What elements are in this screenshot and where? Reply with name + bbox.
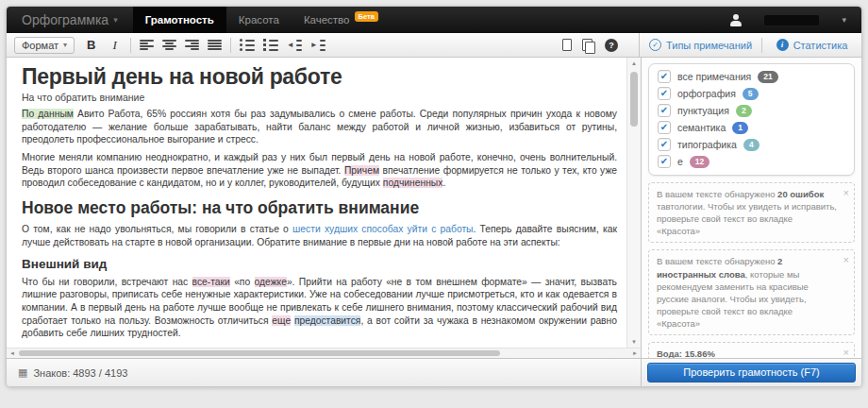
highlighted-text[interactable]: По данным <box>22 109 74 119</box>
checkbox[interactable]: ✔ <box>658 70 671 83</box>
editor-row: Первый день на новой работе На что обрат… <box>7 58 641 348</box>
checkbox[interactable]: ✔ <box>658 155 671 168</box>
paragraph: Что бы ни говорили, встречают нас все-та… <box>22 276 617 340</box>
indent-icon[interactable]: ► <box>310 40 326 51</box>
tab-label: Качество <box>304 14 350 26</box>
close-icon[interactable]: × <box>843 186 849 200</box>
toolbar-right-group: ? <box>562 39 639 52</box>
count-badge: 21 <box>758 71 777 83</box>
note-types-button[interactable]: ✓ Типы примечаний <box>640 39 761 51</box>
note-text: В вашем тексте обнаружено 2 иностранных … <box>657 255 837 330</box>
filter-punktuacia[interactable]: ✔ пунктуация 2 <box>658 104 845 117</box>
count-badge: 2 <box>736 105 752 117</box>
copy-icon[interactable] <box>582 39 594 52</box>
annotations-sidebar: ✔ все примечания 21 ✔ орфография 5 ✔ пун… <box>641 58 861 386</box>
status-bar: ▦ Знаков: 4893 / 4193 <box>7 358 641 386</box>
sidebar-header: ✓ Типы примечаний i Статистика <box>639 33 861 57</box>
new-document-icon[interactable] <box>562 39 572 51</box>
outdent-icon[interactable]: ◄ <box>287 40 302 51</box>
editor-toolbar: Формат ▾ B I ◄ <box>7 33 861 58</box>
paragraph: О том, как не надо увольняться, мы говор… <box>22 223 617 248</box>
note-type-filters: ✔ все примечания 21 ✔ орфография 5 ✔ пун… <box>648 63 855 176</box>
tab-gramotnost[interactable]: Грамотность <box>133 7 226 33</box>
check-grammar-button[interactable]: Проверить грамотность (F7) <box>647 363 856 382</box>
top-navbar: Орфограммка ▾ Грамотность Красота Качест… <box>7 7 861 33</box>
characters-grid-icon: ▦ <box>18 366 27 379</box>
count-badge: 4 <box>743 139 760 151</box>
note-card: × В вашем тексте обнаружено 20 ошибок та… <box>648 182 855 243</box>
editor-column: Первый день на новой работе На что обрат… <box>7 58 641 386</box>
checkbox[interactable]: ✔ <box>658 138 671 151</box>
filter-semantika[interactable]: ✔ семантика 1 <box>658 121 845 134</box>
app-window: Орфограммка ▾ Грамотность Красота Качест… <box>6 6 862 387</box>
highlighted-text[interactable]: предоставится <box>294 315 361 326</box>
brand-menu[interactable]: Орфограммка ▾ <box>7 7 133 33</box>
note-types-label: Типы примечаний <box>666 40 752 51</box>
filter-orfografia[interactable]: ✔ орфография 5 <box>658 87 845 100</box>
scrollbar-thumb[interactable] <box>630 72 638 127</box>
scrollbar-thumb[interactable] <box>19 350 500 356</box>
chevron-down-icon: ▾ <box>63 41 67 49</box>
bullet-list-icon[interactable] <box>240 40 255 51</box>
align-left-icon[interactable] <box>140 40 154 51</box>
scroll-right-icon[interactable]: ► <box>632 349 638 358</box>
scroll-left-icon[interactable]: ◄ <box>9 349 15 358</box>
help-icon[interactable]: ? <box>605 39 618 52</box>
count-badge: 12 <box>690 156 709 168</box>
tab-kachestvo[interactable]: Качество Бета <box>292 7 391 33</box>
statistics-button[interactable]: i Статистика <box>762 39 861 51</box>
filter-yo[interactable]: ✔ е 12 <box>658 155 845 168</box>
scroll-down-icon[interactable]: ▼ <box>627 339 641 345</box>
close-icon[interactable]: × <box>843 253 849 267</box>
brand-label: Орфограммка <box>22 12 108 27</box>
navbar-user-area: ▾ <box>729 7 861 33</box>
checkbox[interactable]: ✔ <box>658 87 671 100</box>
checkbox[interactable]: ✔ <box>658 121 671 134</box>
checkbox[interactable]: ✔ <box>658 104 671 117</box>
tab-label: Красота <box>239 14 279 26</box>
text-editor[interactable]: Первый день на новой работе На что обрат… <box>7 58 626 348</box>
filter-all-notes[interactable]: ✔ все примечания 21 <box>658 70 845 83</box>
numbered-list-icon[interactable] <box>263 40 278 51</box>
paragraph: Многие меняли компанию неоднократно, и к… <box>22 151 617 190</box>
character-count: Знаков: 4893 / 4193 <box>33 367 127 379</box>
filter-label: семантика <box>677 122 726 133</box>
document-subtitle: На что обратить внимание <box>22 92 617 103</box>
vertical-scrollbar[interactable]: ▲ ▼ <box>626 58 641 348</box>
align-right-icon[interactable] <box>185 40 199 51</box>
note-card: × В вашем тексте обнаружено 2 иностранны… <box>648 249 855 335</box>
toolbar-separator <box>130 38 131 53</box>
beta-badge: Бета <box>355 11 378 22</box>
scroll-up-icon[interactable]: ▲ <box>627 60 641 66</box>
user-icon[interactable] <box>729 14 742 26</box>
check-circle-icon: ✓ <box>649 39 661 51</box>
toolbar-left-group: Формат ▾ B I ◄ <box>7 37 326 54</box>
tab-label: Грамотность <box>145 14 214 26</box>
chevron-down-icon[interactable]: ▾ <box>842 15 846 25</box>
count-badge: 1 <box>732 122 748 134</box>
align-center-icon[interactable] <box>162 40 176 51</box>
filter-tipografika[interactable]: ✔ типографика 4 <box>658 138 845 151</box>
text-link[interactable]: шести худших способах уйти с работы <box>292 224 473 234</box>
horizontal-scrollbar[interactable]: ◄ ► <box>7 348 641 358</box>
info-circle-icon: i <box>776 39 789 51</box>
user-name-redacted <box>764 15 819 26</box>
main-area: Первый день на новой работе На что обрат… <box>7 58 861 386</box>
format-label: Формат <box>22 40 58 51</box>
bold-button[interactable]: B <box>83 38 99 52</box>
italic-button[interactable]: I <box>108 38 121 53</box>
toolbar-separator <box>230 38 231 53</box>
sidebar-footer: Проверить грамотность (F7) <box>642 358 861 386</box>
format-dropdown[interactable]: Формат ▾ <box>14 37 75 54</box>
filter-label: е <box>677 156 683 167</box>
highlighted-text[interactable]: все-таки <box>192 277 230 287</box>
filter-label: пунктуация <box>677 105 729 116</box>
paragraph: По данным Авито Работа, 65% россиян хотя… <box>22 108 617 146</box>
chevron-down-icon: ▾ <box>113 15 118 25</box>
highlighted-text[interactable]: еще <box>272 315 291 326</box>
highlighted-text[interactable]: подчиненных <box>383 178 443 188</box>
align-justify-icon[interactable] <box>208 40 222 51</box>
highlighted-text[interactable]: одежке <box>255 277 287 287</box>
tab-krasota[interactable]: Красота <box>226 7 292 33</box>
highlighted-text[interactable]: Причем <box>344 165 379 176</box>
